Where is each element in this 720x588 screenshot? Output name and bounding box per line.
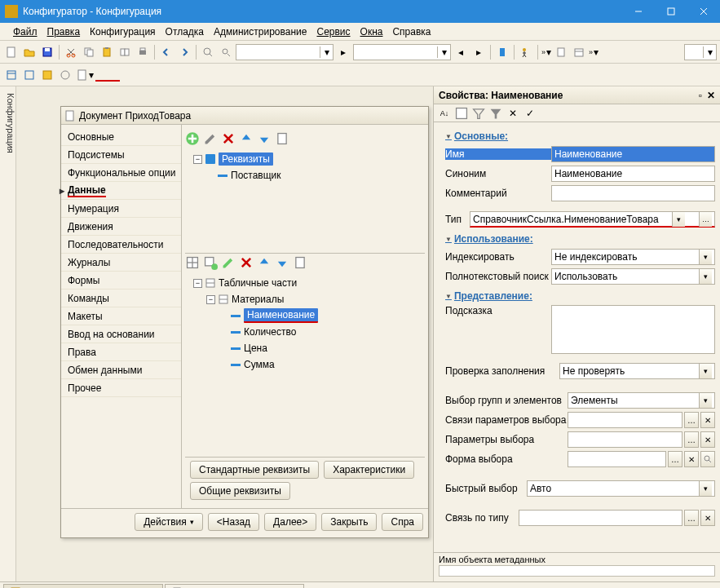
input-type[interactable]: СправочникСсылка.НименованиеТовара▾… bbox=[470, 211, 715, 228]
overflow-2[interactable]: »▾ bbox=[589, 44, 599, 60]
goto-prev-icon[interactable]: ◂ bbox=[453, 44, 469, 60]
cross-icon[interactable]: ✕ bbox=[506, 106, 520, 121]
close-doc-button[interactable]: Закрыть bbox=[321, 513, 377, 531]
menu-help[interactable]: Справка bbox=[389, 24, 434, 39]
down-icon[interactable] bbox=[257, 131, 272, 146]
collapse3-icon[interactable]: − bbox=[206, 295, 215, 304]
minimize-button[interactable] bbox=[622, 0, 655, 23]
input-linkparams[interactable] bbox=[568, 412, 682, 428]
input-hint[interactable] bbox=[551, 305, 715, 354]
menu-config[interactable]: Конфигурация bbox=[86, 24, 159, 39]
print-icon[interactable] bbox=[135, 44, 151, 60]
actions-button[interactable]: Действия bbox=[135, 513, 203, 531]
params-x-button[interactable]: ✕ bbox=[700, 431, 715, 448]
menu-debug[interactable]: Отладка bbox=[162, 24, 207, 39]
tree-item-summa[interactable]: Сумма bbox=[187, 356, 423, 373]
search-combo[interactable]: ▾ bbox=[236, 44, 333, 60]
find-icon[interactable] bbox=[200, 44, 216, 60]
new-icon[interactable] bbox=[3, 44, 20, 60]
up2-icon[interactable] bbox=[257, 255, 272, 270]
menu-windows[interactable]: Окна bbox=[357, 24, 387, 39]
calendar-icon[interactable] bbox=[571, 44, 587, 60]
nav-dvizheniya[interactable]: Движения bbox=[61, 218, 181, 236]
redo-icon[interactable] bbox=[176, 44, 192, 60]
menu-edit[interactable]: Правка bbox=[44, 24, 84, 39]
characteristics-button[interactable]: Характеристики bbox=[324, 461, 414, 479]
nav-zhurnaly[interactable]: Журналы bbox=[61, 254, 181, 272]
zoom-combo[interactable]: ▾ bbox=[684, 44, 717, 60]
tb2-dropdown[interactable]: ▾ bbox=[77, 67, 94, 83]
pin-icon[interactable]: ▫ bbox=[699, 90, 702, 101]
cut-icon[interactable] bbox=[63, 44, 79, 60]
delete-icon[interactable] bbox=[221, 131, 236, 146]
tree-item-postavshchik[interactable]: Поставщик bbox=[187, 167, 423, 183]
find-next-icon[interactable]: ▸ bbox=[335, 44, 351, 60]
down2-icon[interactable] bbox=[275, 255, 289, 270]
copy-icon[interactable] bbox=[81, 44, 97, 60]
maximize-button[interactable] bbox=[655, 0, 687, 23]
run-icon[interactable] bbox=[518, 44, 534, 60]
nav-makety[interactable]: Макеты bbox=[61, 307, 181, 325]
bookmark-icon[interactable] bbox=[494, 44, 510, 60]
close-button[interactable] bbox=[687, 0, 720, 23]
undo-icon[interactable] bbox=[158, 44, 174, 60]
menu-file[interactable]: Файл bbox=[10, 24, 41, 39]
up-icon[interactable] bbox=[239, 131, 254, 146]
tree-item-cena[interactable]: Цена bbox=[187, 340, 423, 356]
btab-document[interactable]: Документ ПриходТовара bbox=[165, 584, 304, 589]
paste-icon[interactable] bbox=[99, 44, 115, 60]
filter2-icon[interactable] bbox=[488, 106, 503, 121]
std-reqs-button[interactable]: Стандартные реквизиты bbox=[190, 461, 319, 479]
tb2-icon-1[interactable] bbox=[3, 67, 20, 83]
nav-dannye[interactable]: Данные bbox=[61, 182, 181, 200]
input-name[interactable]: Наименование bbox=[551, 146, 715, 162]
input-linktype[interactable] bbox=[519, 510, 682, 526]
goto-next-icon[interactable]: ▸ bbox=[470, 44, 487, 60]
nav-formy[interactable]: Формы bbox=[61, 272, 181, 290]
next-button[interactable]: Далее> bbox=[264, 513, 316, 531]
sort2-icon[interactable] bbox=[293, 255, 307, 270]
save-icon[interactable] bbox=[39, 44, 55, 60]
menu-service[interactable]: Сервис bbox=[313, 24, 353, 39]
collapse-icon[interactable]: − bbox=[193, 155, 202, 164]
nav-numeraciya[interactable]: Нумерация bbox=[61, 200, 181, 218]
linkparams-dots-button[interactable]: … bbox=[684, 412, 699, 428]
collapse2-icon[interactable]: − bbox=[193, 279, 202, 288]
common-reqs-button[interactable]: Общие реквизиты bbox=[190, 482, 290, 500]
replace-combo[interactable]: ▾ bbox=[353, 44, 451, 60]
input-groupsel[interactable]: Элементы▾ bbox=[568, 392, 715, 409]
group-predstavlenie[interactable]: Представление: bbox=[445, 290, 715, 302]
linktype-x-button[interactable]: ✕ bbox=[700, 510, 715, 526]
open-icon[interactable] bbox=[21, 44, 38, 60]
delete2-icon[interactable] bbox=[239, 255, 254, 270]
linktype-dots-button[interactable]: … bbox=[684, 510, 699, 526]
nav-obmen[interactable]: Обмен данными bbox=[61, 361, 181, 379]
overflow-1[interactable]: »▾ bbox=[541, 44, 551, 60]
help-button[interactable]: Спра bbox=[382, 513, 423, 531]
nav-podsistemy[interactable]: Подсистемы bbox=[61, 146, 181, 164]
calc-icon[interactable] bbox=[553, 44, 569, 60]
check-icon[interactable]: ✓ bbox=[523, 106, 537, 121]
nav-komandy[interactable]: Команды bbox=[61, 290, 181, 307]
tree-item-kolichestvo[interactable]: Количество bbox=[187, 324, 423, 340]
edit-icon[interactable] bbox=[203, 131, 218, 146]
sort-az-icon[interactable]: A↓ bbox=[437, 106, 452, 121]
tb2-icon-2[interactable] bbox=[21, 67, 38, 83]
cat-icon[interactable] bbox=[454, 106, 469, 121]
tree-group-materialy[interactable]: −Материалы bbox=[187, 291, 423, 307]
tb2-icon-3[interactable] bbox=[39, 67, 55, 83]
filter1-icon[interactable] bbox=[471, 106, 486, 121]
tree-item-naimenovanie[interactable]: Наименование bbox=[187, 307, 423, 324]
add-icon[interactable] bbox=[185, 131, 200, 146]
group-osnovnye[interactable]: Основные: bbox=[445, 130, 715, 142]
add-table-icon[interactable] bbox=[203, 255, 218, 270]
tb2-icon-4[interactable] bbox=[57, 67, 73, 83]
input-selform[interactable] bbox=[568, 451, 666, 467]
menu-admin[interactable]: Администрирование bbox=[210, 24, 310, 39]
prop-close-icon[interactable]: ✕ bbox=[707, 90, 715, 101]
edit2-icon[interactable] bbox=[221, 255, 236, 270]
input-fulltext[interactable]: Использовать▾ bbox=[551, 268, 715, 285]
linkparams-x-button[interactable]: ✕ bbox=[700, 412, 715, 428]
nav-prava[interactable]: Права bbox=[61, 343, 181, 361]
input-quicksel[interactable]: Авто▾ bbox=[527, 480, 715, 497]
